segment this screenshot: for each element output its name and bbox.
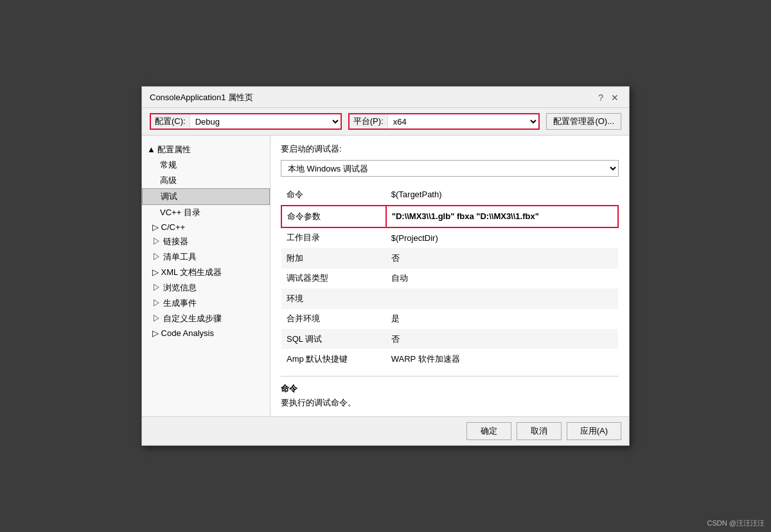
prop-value: $(ProjectDir) — [386, 227, 618, 249]
prop-row-attach: 附加 否 — [281, 248, 618, 268]
title-bar: ConsoleApplication1 属性页 ? ✕ — [142, 87, 629, 108]
cancel-button[interactable]: 取消 — [517, 422, 562, 440]
prop-row-args[interactable]: 命令参数 "D:\\MX3\\1.glb" fbxa "D:\\MX3\\1.f… — [281, 206, 618, 227]
tree-item-label: ▷ Code Analysis — [152, 328, 214, 338]
prop-value: WARP 软件加速器 — [386, 349, 618, 369]
debugger-row: 本地 Windows 调试器 — [281, 160, 619, 177]
prop-name: SQL 调试 — [281, 329, 386, 349]
watermark: CSDN @汪汪汪汪 — [707, 519, 765, 528]
tree-root-label: ▲ 配置属性 — [147, 144, 191, 155]
dialog-title: ConsoleApplication1 属性页 — [150, 92, 253, 103]
tree-item-vc-dirs[interactable]: VC++ 目录 — [142, 205, 270, 220]
platform-dropdown-wrapper: 平台(P): x64 — [348, 113, 540, 130]
platform-select[interactable]: x64 — [388, 114, 539, 129]
config-manager-button[interactable]: 配置管理器(O)... — [546, 113, 621, 130]
tree-item-linker[interactable]: ▷ 链接器 — [142, 234, 270, 249]
prop-row-amp: Amp 默认快捷键 WARP 软件加速器 — [281, 349, 618, 369]
config-dropdown-wrapper: 配置(C): Debug — [150, 113, 342, 130]
bottom-desc-title: 命令 — [281, 383, 619, 395]
tree-item-debug[interactable]: 调试 — [142, 188, 270, 205]
apply-button[interactable]: 应用(A) — [567, 422, 621, 440]
prop-row-env: 环境 — [281, 288, 618, 308]
tree-item-cpp[interactable]: ▷ C/C++ — [142, 220, 270, 234]
prop-row-debugger-type: 调试器类型 自动 — [281, 269, 618, 288]
tree-item-label: 调试 — [161, 191, 177, 201]
tree-item-browse[interactable]: ▷ 浏览信息 — [142, 280, 270, 296]
footer: 确定 取消 应用(A) — [142, 416, 629, 445]
platform-label: 平台(P): — [350, 114, 388, 129]
prop-name: 工作目录 — [281, 227, 386, 249]
tree-root[interactable]: ▲ 配置属性 — [142, 142, 270, 157]
title-bar-controls: ? ✕ — [596, 93, 621, 102]
section-title: 要启动的调试器: — [281, 143, 619, 155]
tree-item-label: VC++ 目录 — [160, 208, 200, 217]
prop-value: "D:\\MX3\\1.glb" fbxa "D:\\MX3\\1.fbx" — [386, 206, 618, 227]
properties-dialog: ConsoleApplication1 属性页 ? ✕ 配置(C): Debug… — [141, 86, 630, 446]
prop-name: 命令 — [281, 184, 386, 206]
tree-item-advanced[interactable]: 高级 — [142, 173, 270, 188]
tree-item-custom-build[interactable]: ▷ 自定义生成步骤 — [142, 311, 270, 326]
prop-row-command: 命令 $(TargetPath) — [281, 184, 618, 206]
prop-value: 是 — [386, 309, 618, 329]
bottom-description: 命令 要执行的调试命令。 — [281, 376, 619, 409]
properties-table: 命令 $(TargetPath) 命令参数 "D:\\MX3\\1.glb" f… — [281, 184, 619, 369]
debugger-select[interactable]: 本地 Windows 调试器 — [281, 160, 619, 177]
prop-row-workdir: 工作目录 $(ProjectDir) — [281, 227, 618, 249]
tree-section: ▲ 配置属性 常规 高级 调试 VC++ 目录 ▷ C/C++ — [142, 141, 270, 341]
prop-value — [386, 288, 618, 308]
tree-item-label: ▷ 浏览信息 — [152, 282, 197, 294]
close-button[interactable]: ✕ — [608, 93, 621, 102]
help-button[interactable]: ? — [596, 93, 606, 102]
tree-item-xml-doc[interactable]: ▷ XML 文档生成器 — [142, 265, 270, 280]
prop-name: 命令参数 — [281, 206, 386, 227]
prop-name: 环境 — [281, 288, 386, 308]
config-label: 配置(C): — [151, 114, 190, 129]
right-panel: 要启动的调试器: 本地 Windows 调试器 命令 $(TargetPath)… — [270, 136, 629, 416]
tree-item-general[interactable]: 常规 — [142, 157, 270, 173]
prop-value: $(TargetPath) — [386, 184, 618, 206]
tree-item-manifest[interactable]: ▷ 清单工具 — [142, 249, 270, 265]
prop-row-merge-env: 合并环境 是 — [281, 309, 618, 329]
tree-item-build-events[interactable]: ▷ 生成事件 — [142, 296, 270, 311]
prop-row-sql-debug: SQL 调试 否 — [281, 329, 618, 349]
tree-item-label: ▷ C/C++ — [152, 222, 185, 232]
tree-item-label: 高级 — [160, 175, 177, 185]
prop-value: 否 — [386, 329, 618, 349]
prop-name: 附加 — [281, 248, 386, 268]
top-bar: 配置(C): Debug 平台(P): x64 配置管理器(O)... — [142, 108, 629, 135]
prop-value: 否 — [386, 248, 618, 268]
prop-value: 自动 — [386, 269, 618, 288]
tree-item-label: ▷ 链接器 — [152, 236, 188, 247]
bottom-desc-text: 要执行的调试命令。 — [281, 397, 619, 409]
tree-item-label: ▷ XML 文档生成器 — [152, 267, 222, 278]
tree-item-code-analysis[interactable]: ▷ Code Analysis — [142, 326, 270, 340]
left-panel: ▲ 配置属性 常规 高级 调试 VC++ 目录 ▷ C/C++ — [142, 136, 270, 416]
main-area: ▲ 配置属性 常规 高级 调试 VC++ 目录 ▷ C/C++ — [142, 135, 629, 416]
prop-name: 调试器类型 — [281, 269, 386, 288]
tree-item-label: ▷ 生成事件 — [152, 297, 197, 309]
tree-item-label: 常规 — [160, 160, 177, 170]
tree-item-label: ▷ 清单工具 — [152, 251, 197, 263]
prop-name: Amp 默认快捷键 — [281, 349, 386, 369]
config-select[interactable]: Debug — [190, 114, 341, 129]
prop-name: 合并环境 — [281, 309, 386, 329]
ok-button[interactable]: 确定 — [466, 422, 511, 440]
tree-item-label: ▷ 自定义生成步骤 — [152, 313, 222, 324]
